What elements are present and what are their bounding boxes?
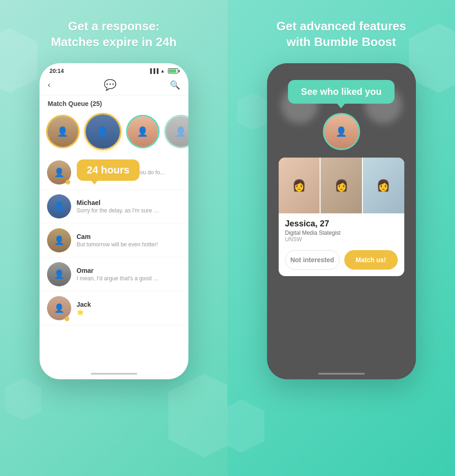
match-msg-first: ...you do fo... — [133, 169, 181, 176]
right-phone-bottom-bar — [318, 373, 365, 375]
liked-tooltip: See who liked you — [288, 80, 395, 104]
left-panel-title: Get a response: Matches expire in 24h — [51, 19, 176, 50]
match-name-michael: Michael — [77, 199, 181, 206]
avatar-2[interactable]: 👤 — [84, 113, 121, 150]
profile-photo-2: 👩 — [321, 158, 363, 213]
match-us-button[interactable]: Match us! — [344, 250, 398, 270]
match-name-omar: Omar — [77, 267, 181, 274]
phone-right-inner: See who liked you 👤 👩 👩 👩 — [267, 63, 416, 379]
right-phone-mockup: See who liked you 👤 👩 👩 👩 — [267, 63, 416, 379]
yellow-dot-first — [66, 180, 70, 185]
svg-marker-0 — [0, 28, 37, 93]
match-item-jack[interactable]: 👤 Jack 🌟 — [40, 291, 188, 325]
status-time: 20:14 — [50, 68, 64, 74]
match-msg-michael: Sorry for the delay, as I'm sure yo... — [77, 207, 161, 214]
not-interested-button[interactable]: Not interested — [285, 250, 340, 270]
phone-notch — [86, 63, 142, 76]
profile-name: Jessica, 27 — [285, 219, 398, 229]
match-info-jack: Jack 🌟 — [77, 301, 181, 316]
status-icons: ▐▐▐ ▲ — [148, 68, 178, 73]
match-msg-omar: I mean, I'd argue that's a good thing! — [77, 275, 161, 282]
right-panel-title: Get advanced features with Bumble Boost — [276, 19, 406, 50]
right-title-line2: with Bumble Boost — [287, 35, 396, 49]
match-item-first[interactable]: 👤 24 hours ...you do fo... — [40, 156, 188, 190]
svg-marker-3 — [409, 23, 455, 93]
match-info-omar: Omar I mean, I'd argue that's a good thi… — [77, 267, 181, 282]
nav-bar: ‹ 💬 🔍 — [40, 76, 188, 95]
match-info-cam: Cam But tomorrow will be even hotter! — [77, 233, 181, 248]
match-queue-header: Match Queue (25) — [40, 95, 188, 111]
profile-actions: Not interested Match us! — [279, 245, 404, 276]
match-name-jack: Jack — [77, 301, 181, 308]
left-phone-mockup: 20:14 ▐▐▐ ▲ ‹ 💬 🔍 Match Queue (25) 👤 — [40, 63, 188, 379]
match-queue-label: Match Queue (25) — [48, 100, 102, 107]
avatar-4[interactable]: 👤 — [164, 115, 188, 148]
match-msg-jack: 🌟 — [77, 309, 161, 316]
title-line1: Get a response: — [68, 19, 160, 33]
match-msg-cam: But tomorrow will be even hotter! — [77, 241, 161, 248]
svg-marker-1 — [168, 374, 228, 457]
phone-bottom-bar — [91, 373, 137, 375]
svg-marker-2 — [5, 378, 41, 420]
match-avatar-cam: 👤 — [47, 228, 71, 252]
yellow-dot-jack — [65, 317, 69, 321]
match-avatar-michael: 👤 — [47, 194, 71, 218]
profile-photo-1: 👩 — [279, 158, 321, 213]
chat-icon[interactable]: 💬 — [104, 79, 116, 91]
back-button[interactable]: ‹ — [48, 80, 51, 90]
match-name-cam: Cam — [77, 233, 181, 240]
match-avatar-omar: 👤 — [47, 262, 71, 286]
right-title-line1: Get advanced features — [276, 19, 406, 33]
search-button[interactable]: 🔍 — [170, 80, 180, 90]
match-list: 👤 24 hours ...you do fo... 👤 Michael Sor… — [40, 156, 188, 325]
wifi-icon: ▲ — [161, 68, 165, 73]
avatars-row: 👤 👤 👤 👤 — [40, 111, 188, 156]
profile-school: UNSW — [285, 236, 398, 243]
left-panel: Get a response: Matches expire in 24h 20… — [0, 0, 228, 476]
match-item-michael[interactable]: 👤 Michael Sorry for the delay, as I'm su… — [40, 190, 188, 224]
profile-card: 👩 👩 👩 Jessica, 27 Digital Media Stategis… — [279, 158, 404, 276]
profile-avatar[interactable]: 👤 — [323, 113, 360, 150]
profile-job: Digital Media Stategist — [285, 230, 398, 236]
hours-label: 24 hours — [87, 164, 130, 176]
avatar-1[interactable]: 👤 — [46, 115, 80, 148]
title-line2: Matches expire in 24h — [51, 35, 176, 49]
liked-tooltip-text: See who liked you — [301, 86, 381, 97]
profile-photo-3: 👩 — [363, 158, 404, 213]
avatar-3[interactable]: 👤 — [126, 115, 160, 148]
svg-marker-5 — [237, 93, 269, 130]
match-info-first: ...you do fo... — [133, 169, 181, 176]
hours-tooltip: 24 hours — [77, 159, 140, 181]
signal-icon: ▐▐▐ — [148, 68, 158, 73]
right-phone-notch — [314, 63, 369, 76]
svg-marker-4 — [228, 399, 264, 453]
profile-details: Jessica, 27 Digital Media Stategist UNSW — [279, 213, 404, 245]
right-panel: Get advanced features with Bumble Boost … — [228, 0, 455, 476]
match-item-cam[interactable]: 👤 Cam But tomorrow will be even hotter! — [40, 224, 188, 258]
battery-icon — [168, 68, 178, 73]
match-item-omar[interactable]: 👤 Omar I mean, I'd argue that's a good t… — [40, 258, 188, 291]
profile-photos: 👩 👩 👩 — [279, 158, 404, 213]
match-info-michael: Michael Sorry for the delay, as I'm sure… — [77, 199, 181, 214]
